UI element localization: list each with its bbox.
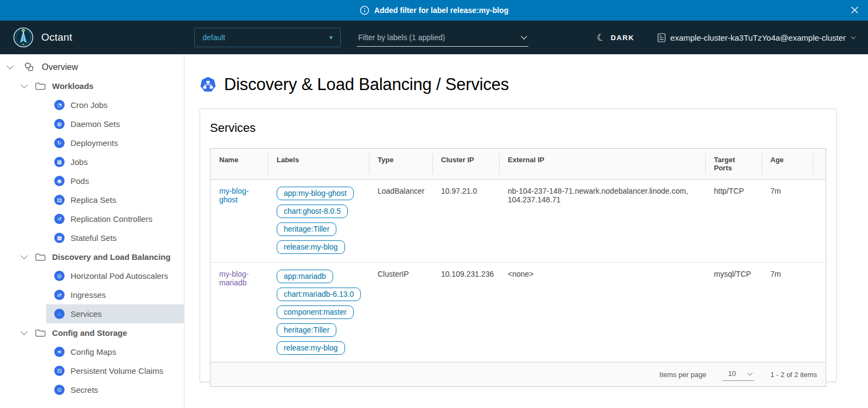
- folder-icon: [35, 253, 46, 262]
- table-header-row: Name Labels Type Cluster IP External IP …: [210, 149, 826, 180]
- daemon-sets-icon: ◍: [54, 119, 65, 129]
- label-badge[interactable]: component:master: [277, 305, 354, 319]
- cluster-context-selector[interactable]: example-cluster-ka3TuTzYo4a@example-clus…: [658, 33, 855, 42]
- label-badge[interactable]: app:my-blog-ghost: [277, 187, 354, 200]
- label-badge[interactable]: chart:ghost-8.0.5: [277, 205, 348, 218]
- sidebar-nav: Overview Workloads ◔ Cron Jobs ◍ Daemon …: [0, 54, 184, 408]
- replica-sets-icon: ▤: [54, 195, 65, 205]
- column-header-target-ports: Target Ports: [705, 149, 762, 180]
- cell-type: LoadBalancer: [369, 180, 432, 263]
- sidebar-item-label: Ingresses: [71, 290, 106, 299]
- label-badge[interactable]: release:my-blog: [277, 341, 345, 355]
- cell-external-ip: nb-104-237-148-71.newark.nodebalancer.li…: [499, 180, 705, 263]
- sidebar-item-persistent-volume-claims[interactable]: ⊟ Persistent Volume Claims: [46, 361, 184, 380]
- caret-down-icon[interactable]: [21, 328, 28, 335]
- sidebar-group-workloads[interactable]: Workloads: [0, 76, 184, 95]
- cell-filler: [813, 263, 826, 362]
- sidebar-item-deployments[interactable]: ↻ Deployments: [46, 133, 184, 152]
- sidebar-item-label: Stateful Sets: [71, 233, 117, 243]
- sidebar-group-label: Workloads: [52, 81, 93, 91]
- service-name-link[interactable]: my-blog-ghost: [219, 187, 248, 204]
- services-table: Name Labels Type Cluster IP External IP …: [210, 149, 826, 362]
- caret-down-icon[interactable]: [21, 81, 28, 88]
- sidebar-item-label: Horizontal Pod Autoscalers: [71, 271, 168, 280]
- moon-icon: ☾: [596, 31, 607, 43]
- sidebar-item-label: Services: [71, 309, 102, 318]
- cell-name: my-blog-mariadb: [210, 263, 268, 362]
- dropdown-caret-icon: ▾: [329, 34, 333, 41]
- label-badge[interactable]: heritage:Tiller: [277, 222, 336, 236]
- info-icon: [360, 5, 369, 15]
- sidebar-item-label: Jobs: [71, 157, 88, 167]
- folder-icon: [35, 82, 46, 91]
- sidebar-item-cron-jobs[interactable]: ◔ Cron Jobs: [46, 95, 184, 114]
- caret-down-icon[interactable]: [21, 252, 28, 259]
- sidebar-item-stateful-sets[interactable]: ▩ Stateful Sets: [46, 228, 184, 247]
- overview-icon: [23, 62, 35, 72]
- page-title: Discovery & Load Balancing / Services: [224, 75, 509, 94]
- sidebar-item-horizontal-pod-autoscalers[interactable]: ◎ Horizontal Pod Autoscalers: [46, 266, 184, 285]
- label-badge[interactable]: heritage:Tiller: [277, 323, 336, 337]
- notification-message: Added filter for label release:my-blog: [374, 6, 508, 15]
- sidebar-item-label: Deployments: [71, 138, 118, 148]
- sidebar-item-services[interactable]: ∴ Services: [46, 304, 184, 323]
- sidebar-item-label: Daemon Sets: [71, 119, 120, 129]
- label-filter-dropdown[interactable]: Filter by labels (1 applied): [357, 28, 528, 47]
- sidebar-item-label: Replication Controllers: [71, 214, 152, 224]
- sidebar-group-label: Config and Storage: [52, 328, 127, 337]
- replication-controllers-icon: ↺: [54, 214, 65, 224]
- pods-icon: ◉: [54, 176, 65, 186]
- sidebar-item-pods[interactable]: ◉ Pods: [46, 171, 184, 190]
- deployments-icon: ↻: [54, 138, 65, 148]
- sidebar-group-config-storage[interactable]: Config and Storage: [0, 323, 184, 342]
- sidebar-item-label: Config Maps: [71, 347, 116, 356]
- services-card: Services Name Labels Type Cluster IP Ext…: [200, 109, 837, 382]
- chevron-down-icon: [521, 33, 527, 39]
- sidebar-item-label: Secrets: [71, 385, 98, 394]
- cell-type: ClusterIP: [369, 263, 432, 362]
- theme-toggle-button[interactable]: ☾ DARK: [597, 32, 635, 43]
- services-datagrid: Name Labels Type Cluster IP External IP …: [210, 148, 826, 387]
- cron-jobs-icon: ◔: [54, 100, 65, 110]
- sidebar-item-label: Overview: [42, 62, 78, 72]
- sidebar-item-label: Cron Jobs: [71, 100, 107, 110]
- sidebar-item-label: Replica Sets: [71, 195, 116, 205]
- column-header-external-ip: External IP: [499, 149, 705, 180]
- cell-cluster-ip: 10.97.21.0: [432, 180, 499, 263]
- label-badge[interactable]: chart:mariadb-6.13.0: [277, 288, 361, 301]
- sidebar-item-replication-controllers[interactable]: ↺ Replication Controllers: [46, 209, 184, 228]
- card-title: Services: [210, 121, 826, 135]
- items-per-page-label: Items per page: [659, 371, 706, 379]
- sidebar-group-label: Discovery and Load Balancing: [52, 252, 170, 262]
- notification-bar: Added filter for label release:my-blog: [0, 0, 868, 21]
- items-per-page-select[interactable]: 10: [723, 368, 754, 381]
- secrets-icon: ⊙: [54, 385, 65, 395]
- sidebar-item-ingresses[interactable]: ⇄ Ingresses: [46, 285, 184, 304]
- close-icon[interactable]: [850, 5, 859, 15]
- service-name-link[interactable]: my-blog-mariadb: [219, 270, 248, 287]
- jobs-icon: ▦: [54, 157, 65, 167]
- table-row: my-blog-mariadb app:mariadb chart:mariad…: [210, 263, 826, 362]
- cluster-context-text: example-cluster-ka3TuTzYo4a@example-clus…: [671, 33, 846, 42]
- label-badge[interactable]: release:my-blog: [277, 240, 345, 254]
- label-badge[interactable]: app:mariadb: [277, 270, 333, 283]
- sidebar-item-replica-sets[interactable]: ▤ Replica Sets: [46, 190, 184, 209]
- services-heptagon-icon: [200, 76, 216, 93]
- ingresses-icon: ⇄: [54, 290, 65, 300]
- sidebar-item-config-maps[interactable]: ≡ Config Maps: [46, 342, 184, 361]
- caret-down-icon[interactable]: [7, 62, 14, 69]
- cell-cluster-ip: 10.109.231.236: [432, 263, 499, 362]
- sidebar-item-secrets[interactable]: ⊙ Secrets: [46, 380, 184, 399]
- persistent-volume-claims-icon: ⊟: [54, 366, 65, 376]
- chevron-down-icon: [748, 370, 753, 375]
- column-header-name: Name: [210, 149, 268, 180]
- stateful-sets-icon: ▩: [54, 233, 65, 243]
- sidebar-item-jobs[interactable]: ▦ Jobs: [46, 152, 184, 171]
- sidebar-item-overview[interactable]: Overview: [0, 58, 184, 76]
- octant-logo-icon: [13, 27, 34, 48]
- column-header-labels: Labels: [268, 149, 369, 180]
- sidebar-item-daemon-sets[interactable]: ◍ Daemon Sets: [46, 114, 184, 133]
- namespace-dropdown[interactable]: default ▾: [194, 28, 341, 47]
- main-content: Discovery & Load Balancing / Services Se…: [184, 54, 868, 408]
- sidebar-group-discovery-load-balancing[interactable]: Discovery and Load Balancing: [0, 247, 184, 266]
